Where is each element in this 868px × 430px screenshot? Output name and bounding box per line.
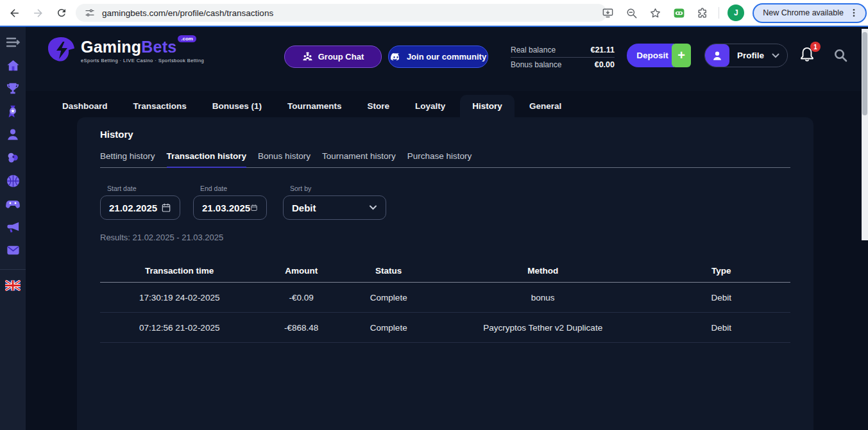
deposit-plus-icon[interactable]: +	[672, 44, 691, 67]
cell-type: Debit	[652, 293, 790, 302]
tab-history[interactable]: History	[460, 95, 515, 117]
tab-transactions[interactable]: Transactions	[133, 101, 187, 111]
end-date-field: End date 21.03.2025	[193, 185, 267, 220]
real-balance-row: Real balance €21.11	[511, 43, 615, 57]
deposit-label[interactable]: Deposit	[627, 44, 674, 67]
subtab-transaction-history[interactable]: Transaction history	[167, 151, 247, 167]
logo-g-icon	[46, 36, 76, 65]
sidebar-divider	[0, 269, 26, 270]
start-date-value: 21.02.2025	[109, 203, 157, 213]
casino-gamepad-icon[interactable]	[5, 196, 21, 211]
sports-basketball-icon[interactable]	[5, 173, 21, 188]
chevron-down-icon	[369, 205, 377, 210]
tab-bonuses[interactable]: Bonuses (1)	[212, 101, 262, 111]
cell-method: Paycryptos Tether v2 Duplicate	[434, 323, 652, 333]
notifications-bell-icon[interactable]: 1	[799, 45, 818, 65]
results-range-text: Results: 21.02.2025 - 21.03.2025	[100, 233, 790, 242]
header-method: Method	[434, 266, 652, 276]
sort-by-value: Debit	[292, 203, 316, 213]
discord-icon	[390, 53, 402, 62]
calendar-icon[interactable]	[250, 203, 258, 213]
profile-button[interactable]: Profile	[704, 44, 788, 67]
chrome-update-button[interactable]: New Chrome available	[753, 3, 867, 23]
brand-text: GamingBets.com eSports Betting · LIVE Ca…	[81, 38, 204, 63]
filter-row: Start date 21.02.2025 End date 21.03.202…	[100, 185, 790, 220]
search-icon[interactable]	[833, 47, 848, 65]
cell-transaction-time: 17:30:19 24-02-2025	[100, 293, 259, 302]
balance-summary: Real balance €21.11 Bonus balance €0.00	[511, 43, 615, 72]
profile-label: Profile	[729, 51, 772, 60]
chrome-update-label: New Chrome available	[763, 8, 844, 17]
browser-window: gamingbets.com/en/profile/cash/transacti…	[0, 0, 868, 430]
tab-loyalty[interactable]: Loyalty	[415, 101, 445, 111]
bonus-balance-row: Bonus balance €0.00	[511, 58, 615, 72]
gamingbets-logo[interactable]: GamingBets.com eSports Betting · LIVE Ca…	[46, 36, 204, 65]
mail-icon[interactable]	[5, 242, 21, 258]
table-row: 07:12:56 21-02-2025 -€868.48 Complete Pa…	[100, 313, 790, 343]
zoom-out-icon[interactable]	[624, 5, 639, 21]
games-knot-icon[interactable]	[5, 150, 21, 165]
header-type: Type	[652, 266, 790, 276]
site-settings-icon[interactable]	[85, 8, 95, 18]
table-header-row: Transaction time Amount Status Method Ty…	[100, 259, 790, 282]
panel-title: History	[100, 117, 790, 140]
profile-chevron-down-icon	[772, 53, 779, 58]
url-text[interactable]: gamingbets.com/en/profile/cash/transacti…	[102, 8, 273, 18]
language-uk-flag-icon[interactable]	[5, 277, 21, 293]
subtab-bonus-history[interactable]: Bonus history	[258, 151, 311, 167]
gamingbets-page: GamingBets.com eSports Betting · LIVE Ca…	[0, 27, 868, 430]
trophy-icon[interactable]	[5, 81, 21, 96]
start-date-field: Start date 21.02.2025	[100, 185, 180, 220]
brand-gaming: Gaming	[81, 38, 141, 56]
profile-avatar-icon	[705, 44, 729, 67]
cell-transaction-time: 07:12:56 21-02-2025	[100, 323, 259, 333]
medal-icon[interactable]	[5, 104, 21, 119]
cell-type: Debit	[652, 323, 790, 333]
bonus-balance-label: Bonus balance	[511, 60, 561, 69]
bonus-balance-value: €0.00	[595, 60, 615, 69]
browser-avatar[interactable]: J	[728, 4, 744, 21]
reload-icon[interactable]	[54, 5, 69, 21]
profile-person-icon[interactable]	[5, 127, 21, 142]
browser-menu-kebab-icon[interactable]	[849, 8, 859, 18]
subtab-betting-history[interactable]: Betting history	[100, 151, 155, 167]
subtab-tournament-history[interactable]: Tournament history	[322, 151, 396, 167]
install-app-icon[interactable]	[600, 5, 615, 21]
group-chat-button[interactable]: Group Chat	[284, 45, 382, 68]
sort-by-select[interactable]: Debit	[283, 195, 386, 220]
site-header: GamingBets.com eSports Betting · LIVE Ca…	[26, 27, 868, 91]
extension-robot-icon[interactable]	[671, 5, 686, 21]
forward-icon[interactable]	[30, 5, 46, 21]
cell-amount: -€868.48	[259, 323, 343, 333]
header-transaction-time: Transaction time	[100, 266, 259, 276]
start-date-input[interactable]: 21.02.2025	[100, 195, 180, 220]
profile-nav-tabs: Dashboard Transactions Bonuses (1) Tourn…	[62, 95, 561, 117]
scrollbar-thumb[interactable]	[862, 32, 867, 115]
page-scrollbar[interactable]	[862, 29, 868, 240]
history-panel: History Betting history Transaction hist…	[77, 117, 813, 430]
address-bar[interactable]: gamingbets.com/en/profile/cash/transacti…	[76, 4, 607, 22]
tab-store[interactable]: Store	[368, 101, 390, 111]
tab-dashboard[interactable]: Dashboard	[62, 101, 108, 111]
real-balance-value: €21.11	[590, 45, 615, 54]
brand-bets: Bets	[141, 38, 176, 56]
subtab-purchase-history[interactable]: Purchase history	[407, 151, 472, 167]
cell-status: Complete	[344, 293, 434, 302]
bookmark-star-icon[interactable]	[647, 5, 663, 21]
extensions-puzzle-icon[interactable]	[695, 5, 710, 21]
end-date-input[interactable]: 21.03.2025	[193, 195, 267, 220]
brand-tld-badge: .com	[178, 35, 196, 42]
cell-amount: -€0.09	[259, 293, 343, 302]
group-chat-label: Group Chat	[318, 52, 364, 62]
tab-general[interactable]: General	[529, 101, 561, 111]
menu-expand-icon[interactable]	[5, 35, 21, 50]
cell-method: bonus	[434, 293, 652, 302]
back-icon[interactable]	[6, 5, 22, 21]
home-icon[interactable]	[5, 58, 21, 73]
tab-tournaments[interactable]: Tournaments	[287, 101, 342, 111]
promotions-megaphone-icon[interactable]	[5, 219, 21, 235]
deposit-button[interactable]: Deposit +	[627, 44, 691, 67]
calendar-icon[interactable]	[161, 203, 171, 213]
notification-badge: 1	[810, 42, 821, 52]
join-community-button[interactable]: Join our community	[388, 45, 488, 68]
